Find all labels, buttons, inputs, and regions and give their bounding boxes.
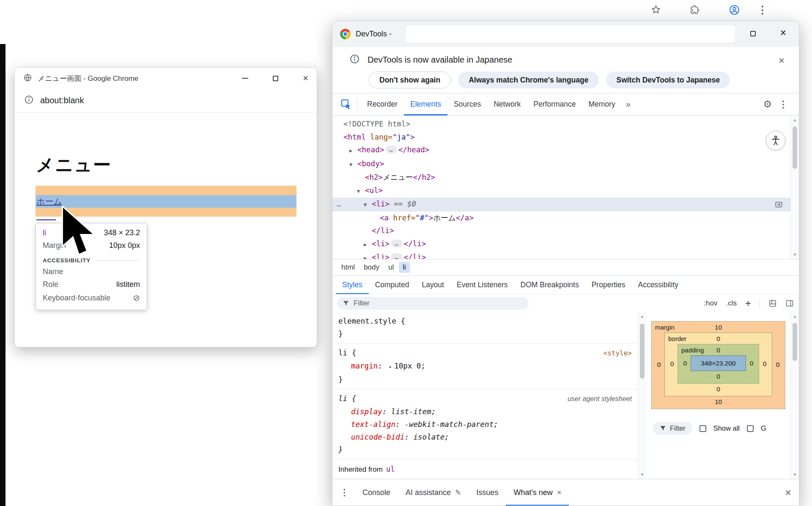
breadcrumb-ul[interactable]: ul bbox=[384, 262, 398, 273]
drawer-menu-icon[interactable]: ⋮ bbox=[340, 487, 349, 498]
display-declaration[interactable]: display: list-item; bbox=[338, 405, 632, 418]
toggle-element-state-button[interactable]: :hov bbox=[704, 299, 717, 308]
ul-node[interactable]: ▼<ul> bbox=[332, 184, 790, 198]
address-bar[interactable]: about:blank bbox=[15, 89, 317, 113]
tab-network[interactable]: Network bbox=[487, 94, 527, 116]
match-language-button[interactable]: Always match Chrome's language bbox=[458, 72, 598, 88]
styles-scrollbar[interactable]: ▲ ▼ bbox=[638, 312, 646, 479]
scroll-into-view-icon[interactable] bbox=[775, 200, 783, 213]
anchor-node[interactable]: <a href="#">ホーム</a> bbox=[332, 212, 790, 225]
infobar-close-icon[interactable]: × bbox=[779, 55, 785, 66]
twisty-expanded-icon[interactable]: ▼ bbox=[364, 198, 372, 212]
group-checkbox[interactable] bbox=[747, 425, 754, 432]
box-model-margin[interactable]: margin 10 0 border 0 0 padding 0 bbox=[651, 321, 785, 409]
twisty-collapsed-icon[interactable]: ▶ bbox=[364, 252, 372, 259]
home-link[interactable]: ホーム bbox=[36, 196, 62, 207]
breadcrumb-li[interactable]: li bbox=[399, 262, 410, 273]
li-close-node[interactable]: </li> bbox=[332, 224, 790, 237]
doctype-node[interactable]: <!DOCTYPE html> bbox=[332, 118, 790, 131]
scrollbar-thumb[interactable] bbox=[793, 323, 797, 361]
twisty-collapsed-icon[interactable]: ▶ bbox=[364, 238, 372, 251]
tab-elements[interactable]: Elements bbox=[404, 94, 447, 116]
collapsed-content-icon[interactable]: … bbox=[391, 239, 402, 248]
head-node[interactable]: ▶<head>…</head> bbox=[332, 143, 790, 157]
styles-filter-input[interactable]: Filter bbox=[337, 297, 529, 310]
collapsed-li-node[interactable]: ▶<li>…</li> bbox=[332, 237, 790, 251]
sidebar-filter-button[interactable]: Filter bbox=[653, 422, 692, 435]
extensions-icon[interactable] bbox=[688, 3, 702, 17]
tab-sources[interactable]: Sources bbox=[447, 94, 487, 116]
drawer-tab-whats-new[interactable]: What's new× bbox=[506, 479, 569, 506]
drawer-close-icon[interactable]: × bbox=[785, 487, 791, 499]
box-model-border[interactable]: border 0 0 padding 0 0 348×23.200 bbox=[664, 333, 772, 396]
tab-layout[interactable]: Layout bbox=[415, 276, 450, 294]
tab-memory[interactable]: Memory bbox=[582, 94, 622, 116]
settings-gear-icon[interactable]: ⚙ bbox=[758, 99, 777, 110]
close-button[interactable]: × bbox=[303, 74, 308, 83]
user-agent-li-rule[interactable]: li { user agent stylesheet display: list… bbox=[332, 389, 638, 459]
profile-icon[interactable] bbox=[727, 3, 741, 17]
devtools-close-button[interactable]: × bbox=[780, 27, 786, 39]
sidebar-toggle-icon[interactable] bbox=[785, 299, 794, 308]
scroll-down-icon[interactable]: ▼ bbox=[791, 472, 799, 477]
bookmark-star-icon[interactable] bbox=[649, 3, 663, 17]
twisty-expanded-icon[interactable]: ▼ bbox=[357, 185, 365, 198]
elements-scrollbar[interactable]: ▲ ▼ bbox=[790, 116, 799, 259]
twisty-expanded-icon[interactable]: ▼ bbox=[349, 158, 357, 171]
drawer-tab-console[interactable]: Console bbox=[355, 479, 398, 506]
sidebar-scrollbar[interactable]: ▲ ▼ bbox=[790, 312, 799, 479]
collapsed-li-node[interactable]: ▶<li>…</li> bbox=[332, 251, 790, 259]
collapsed-content-icon[interactable]: … bbox=[391, 253, 402, 259]
margin-declaration[interactable]: margin: ▸10px 0; bbox=[338, 360, 632, 373]
drawer-tab-ai-assistance[interactable]: AI assistance✎ bbox=[398, 479, 469, 506]
html-node[interactable]: <html lang="ja"> bbox=[332, 131, 790, 144]
close-tab-icon[interactable]: × bbox=[557, 488, 562, 497]
tab-styles[interactable]: Styles bbox=[336, 276, 369, 294]
box-model-content[interactable]: 348×23.200 bbox=[691, 355, 746, 371]
element-style-section[interactable]: element.style { } bbox=[332, 312, 638, 344]
maximize-button[interactable] bbox=[273, 76, 278, 81]
scroll-up-icon[interactable]: ▲ bbox=[638, 314, 646, 319]
stylesheet-source-link[interactable]: <style> bbox=[604, 347, 632, 360]
scrollbar-thumb[interactable] bbox=[640, 324, 645, 379]
window-titlebar[interactable]: メニュー画面 - Google Chrome × bbox=[15, 68, 317, 89]
body-node[interactable]: ▼<body> bbox=[332, 157, 790, 171]
scroll-up-icon[interactable]: ▲ bbox=[791, 118, 799, 122]
url-text[interactable]: about:blank bbox=[40, 96, 84, 105]
breadcrumb-body[interactable]: body bbox=[360, 262, 383, 273]
page-info-icon[interactable] bbox=[24, 95, 34, 106]
twisty-collapsed-icon[interactable]: ▶ bbox=[349, 144, 357, 157]
devtools-maximize-button[interactable] bbox=[750, 31, 756, 36]
tab-recorder[interactable]: Recorder bbox=[361, 94, 404, 116]
rendering-options-icon[interactable] bbox=[768, 299, 777, 308]
scroll-down-icon[interactable]: ▼ bbox=[638, 472, 646, 477]
scroll-up-icon[interactable]: ▲ bbox=[791, 314, 799, 319]
breadcrumb-html[interactable]: html bbox=[337, 262, 359, 273]
show-all-checkbox[interactable] bbox=[700, 425, 706, 432]
text-align-declaration[interactable]: text-align: -webkit-match-parent; bbox=[338, 418, 632, 431]
expand-shorthand-icon[interactable]: ▸ bbox=[389, 363, 392, 370]
scrollbar-thumb[interactable] bbox=[793, 126, 797, 169]
tab-event-listeners[interactable]: Event Listeners bbox=[450, 276, 514, 294]
tab-computed[interactable]: Computed bbox=[369, 276, 416, 294]
h2-node[interactable]: <h2>メニュー</h2> bbox=[332, 171, 790, 184]
unicode-bidi-declaration[interactable]: unicode-bidi: isolate; bbox=[338, 431, 632, 443]
li-style-rule[interactable]: li { <style> margin: ▸10px 0; } bbox=[332, 344, 638, 389]
tab-properties[interactable]: Properties bbox=[585, 276, 632, 294]
tab-accessibility[interactable]: Accessibility bbox=[631, 276, 684, 294]
scroll-down-icon[interactable]: ▼ bbox=[791, 252, 799, 257]
inspect-element-icon[interactable] bbox=[341, 99, 352, 110]
switch-japanese-button[interactable]: Switch DevTools to Japanese bbox=[606, 72, 730, 88]
minimize-button[interactable] bbox=[242, 78, 248, 79]
box-model-padding[interactable]: padding 0 0 348×23.200 0 0 bbox=[678, 344, 759, 384]
node-menu-icon[interactable]: … bbox=[337, 198, 342, 211]
collapsed-content-icon[interactable]: … bbox=[386, 146, 396, 154]
devtools-titlebar[interactable]: DevTools - × bbox=[332, 21, 799, 47]
drawer-tab-issues[interactable]: Issues bbox=[469, 479, 506, 506]
inherited-node-link[interactable]: ul bbox=[386, 465, 395, 473]
browser-menu-icon[interactable]: ⋮ bbox=[756, 3, 769, 17]
accessibility-overlay-button[interactable] bbox=[766, 131, 785, 150]
tab-dom-breakpoints[interactable]: DOM Breakpoints bbox=[514, 276, 585, 294]
element-classes-button[interactable]: .cls bbox=[726, 299, 737, 308]
selected-li-node[interactable]: …▼<li>== $0 bbox=[332, 198, 790, 212]
